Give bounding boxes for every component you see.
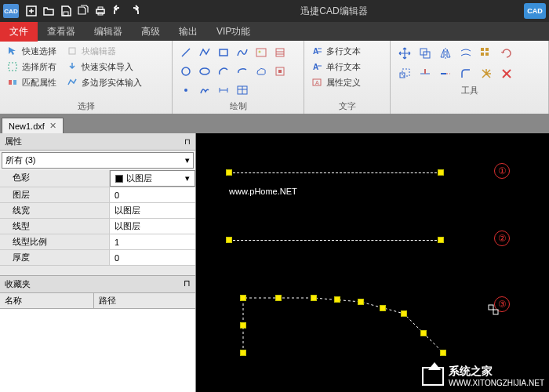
print-button[interactable] — [93, 3, 108, 19]
polyline-tool-icon[interactable] — [196, 44, 213, 61]
rotate-tool-icon[interactable] — [497, 44, 516, 63]
dimension-tool-icon[interactable] — [215, 82, 232, 99]
prop-row-ltscale[interactable]: 线型比例1 — [0, 234, 195, 250]
svg-rect-40 — [485, 48, 489, 51]
table-tool-icon[interactable] — [234, 82, 251, 99]
quick-select-button[interactable]: 快速选择 — [5, 44, 58, 58]
chevron-down-icon[interactable]: ▾ — [185, 173, 190, 183]
attrdef-button[interactable]: A属性定义 — [309, 75, 385, 89]
properties-panel: 属性 ⊓ 所有 (3) ▾ 色彩 以图层▾ 图层0 线宽以图层 线型以图层 线型… — [0, 133, 196, 392]
grip-handle[interactable] — [275, 295, 282, 301]
spline-tool-icon[interactable] — [234, 44, 251, 61]
grip-handle[interactable] — [334, 296, 340, 303]
tab-editor[interactable]: 编辑器 — [85, 22, 132, 42]
svg-rect-39 — [481, 48, 484, 51]
grip-handle[interactable] — [358, 299, 364, 305]
grip-handle[interactable] — [401, 310, 407, 317]
pin-icon[interactable]: ⊓ — [184, 278, 191, 290]
undo-button[interactable] — [110, 3, 125, 19]
svg-rect-12 — [220, 49, 227, 56]
open-button[interactable] — [41, 3, 56, 19]
svg-rect-8 — [9, 80, 12, 85]
arc-tool-icon[interactable] — [215, 63, 232, 80]
col-path[interactable]: 路径 — [94, 293, 121, 308]
svg-point-22 — [184, 89, 187, 92]
col-name[interactable]: 名称 — [0, 293, 94, 308]
ellipse-tool-icon[interactable] — [196, 63, 213, 80]
mtext-button[interactable]: A多行文本 — [309, 44, 385, 58]
svg-rect-13 — [256, 49, 266, 56]
chevron-down-icon: ▾ — [185, 155, 190, 165]
explode-tool-icon[interactable] — [477, 64, 496, 83]
color-swatch-icon — [115, 175, 123, 183]
grip-handle[interactable] — [240, 322, 246, 328]
grip-handle[interactable] — [420, 330, 427, 336]
circle-tool-icon[interactable] — [177, 63, 195, 80]
image-tool-icon[interactable] — [253, 44, 270, 61]
app-icon: CAD — [3, 4, 19, 18]
grip-handle[interactable] — [240, 295, 246, 301]
prop-row-lineweight[interactable]: 线宽以图层 — [0, 203, 195, 219]
cloud-tool-icon[interactable] — [253, 63, 270, 80]
quick-entity-import-button[interactable]: 快速实体导入 — [64, 60, 144, 74]
ribbon-label-select: 选择 — [5, 100, 167, 112]
delete-tool-icon[interactable] — [497, 64, 516, 83]
document-tab-label: New1.dxf — [9, 122, 45, 131]
prop-row-color[interactable]: 色彩 以图层▾ — [0, 170, 195, 187]
svg-rect-5 — [98, 7, 103, 9]
offset-tool-icon[interactable] — [456, 44, 475, 63]
new-button[interactable] — [24, 3, 39, 19]
redo-button[interactable] — [127, 3, 143, 19]
save-button[interactable] — [58, 3, 74, 19]
sketch-tool-icon[interactable] — [196, 82, 213, 99]
array-tool-icon[interactable] — [477, 44, 496, 63]
match-props-button[interactable]: 匹配属性 — [5, 75, 58, 89]
rect-tool-icon[interactable] — [215, 44, 232, 61]
document-tab[interactable]: New1.dxf ✕ — [2, 118, 64, 133]
extend-tool-icon[interactable] — [436, 64, 455, 83]
selected-polyline[interactable] — [196, 133, 549, 392]
grip-handle[interactable] — [440, 350, 446, 356]
ribbon-label-text: 文字 — [309, 100, 385, 112]
grip-handle[interactable] — [240, 350, 246, 356]
mtext-icon: A — [311, 45, 323, 57]
point-tool-icon[interactable] — [177, 82, 195, 99]
select-all-button[interactable]: 选择所有 — [5, 60, 58, 74]
text-button[interactable]: A单行文本 — [309, 60, 385, 74]
grip-handle[interactable] — [380, 305, 386, 311]
svg-rect-21 — [278, 70, 282, 73]
mirror-tool-icon[interactable] — [436, 44, 455, 63]
hatch-tool-icon[interactable] — [271, 44, 289, 61]
svg-point-18 — [182, 67, 190, 75]
move-tool-icon[interactable] — [395, 44, 414, 63]
trim-tool-icon[interactable] — [416, 64, 434, 83]
tab-vip[interactable]: VIP功能 — [207, 22, 260, 42]
filter-dropdown[interactable]: 所有 (3) ▾ — [2, 152, 194, 169]
prop-row-thickness[interactable]: 厚度0 — [0, 250, 195, 266]
close-tab-icon[interactable]: ✕ — [49, 121, 56, 131]
properties-table: 色彩 以图层▾ 图层0 线宽以图层 线型以图层 线型比例1 厚度0 — [0, 170, 195, 266]
tab-advanced[interactable]: 高级 — [132, 22, 169, 42]
scale-tool-icon[interactable] — [395, 64, 414, 83]
fillet-tool-icon[interactable] — [456, 64, 475, 83]
save-all-button[interactable] — [75, 3, 91, 19]
favorites-body — [0, 309, 195, 392]
drawing-canvas[interactable]: ① www.pHome.NET ② ③ 系统之家 WWW.XITONGZHIJI… — [196, 133, 549, 392]
svg-rect-51 — [489, 305, 493, 310]
prop-row-layer[interactable]: 图层0 — [0, 187, 195, 203]
tab-output[interactable]: 输出 — [169, 22, 207, 42]
block-tool-icon[interactable] — [271, 63, 289, 80]
match-icon — [6, 76, 19, 89]
tab-file[interactable]: 文件 — [0, 22, 38, 42]
copy-tool-icon[interactable] — [416, 44, 434, 63]
ribbon-group-text: A多行文本 A单行文本 A属性定义 文字 — [304, 41, 391, 114]
polyline-entity-input-button[interactable]: 多边形实体输入 — [64, 75, 144, 89]
prop-row-linetype[interactable]: 线型以图层 — [0, 219, 195, 234]
line-tool-icon[interactable] — [177, 44, 195, 61]
svg-rect-7 — [9, 63, 16, 71]
grip-handle[interactable] — [311, 295, 317, 301]
ellipse-arc-icon[interactable] — [234, 63, 251, 80]
workspace: 属性 ⊓ 所有 (3) ▾ 色彩 以图层▾ 图层0 线宽以图层 线型以图层 线型… — [0, 133, 549, 392]
tab-viewer[interactable]: 查看器 — [38, 22, 85, 42]
pin-icon[interactable]: ⊓ — [184, 137, 191, 146]
